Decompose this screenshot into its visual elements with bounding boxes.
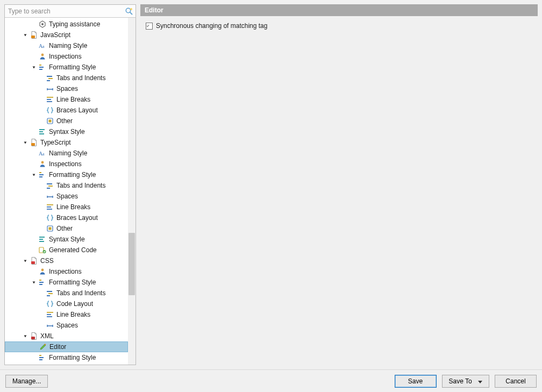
tree-item[interactable]: Syntax Style [5, 126, 128, 137]
svg-rect-34 [47, 206, 51, 208]
fmt-icon [38, 353, 47, 362]
tree-item[interactable]: CSS [5, 255, 128, 266]
dialog-button-bar: Manage... Save Save To Cancel [0, 369, 542, 392]
braces-icon [46, 300, 54, 308]
tree-item[interactable]: AaNaming Style [5, 148, 128, 159]
person-icon [38, 160, 47, 168]
tree-item[interactable]: Spaces [5, 191, 128, 202]
tree-item[interactable]: Formatting Style [5, 277, 128, 288]
tree-item-label: JavaScript [40, 30, 70, 40]
manage-button[interactable]: Manage... [5, 375, 48, 388]
tree-item-label: Syntax Style [49, 126, 85, 137]
expand-arrow-icon[interactable] [22, 32, 28, 38]
tree-item[interactable]: XML [5, 331, 128, 341]
search-input[interactable] [5, 5, 136, 17]
tree-item-label: CSS [40, 255, 54, 266]
settings-tree[interactable]: Typing assistanceJavaScriptAaNaming Styl… [5, 18, 128, 365]
tree-item[interactable]: Braces Layout [5, 105, 128, 116]
tree-item[interactable]: Inspections [5, 51, 128, 62]
tree-item-label: Inspections [49, 159, 82, 169]
tree-item[interactable]: Syntax Style [5, 234, 128, 245]
expand-arrow-icon[interactable] [31, 279, 37, 286]
svg-rect-17 [47, 101, 52, 102]
svg-rect-9 [39, 65, 41, 66]
save-button[interactable]: Save [395, 375, 437, 388]
expand-arrow-icon[interactable] [31, 172, 37, 178]
person-icon [38, 52, 47, 61]
tree-item[interactable]: Inspections [5, 266, 128, 277]
svg-rect-40 [39, 241, 44, 242]
tree-item[interactable]: Other [5, 223, 128, 234]
tree-item-label: TypeScript [40, 137, 71, 148]
tree-item-label: Formatting Style [49, 277, 96, 288]
search-icon [125, 7, 133, 16]
cancel-button[interactable]: Cancel [495, 375, 537, 388]
svg-point-44 [41, 269, 44, 272]
tree-item-label: Code Layout [56, 298, 93, 309]
svg-rect-14 [47, 80, 50, 81]
save-to-label: Save To [449, 377, 472, 385]
svg-rect-13 [48, 78, 53, 79]
tree-item[interactable]: Generated Code [5, 245, 128, 255]
tree-item[interactable]: Braces Layout [5, 212, 128, 223]
tree-item[interactable]: TypeScript [5, 137, 128, 148]
tree-item[interactable]: Tabs and Indents [5, 288, 128, 298]
svg-rect-23 [31, 143, 35, 146]
fmt-icon [38, 170, 47, 179]
gen-icon [38, 246, 47, 254]
tree-item[interactable]: AaNaming Style [5, 40, 128, 51]
tree-scrollbar-track[interactable] [128, 18, 136, 365]
expand-arrow-icon[interactable] [22, 333, 28, 339]
file-css-icon [30, 256, 38, 265]
svg-rect-53 [47, 316, 52, 317]
tree-item[interactable]: Line Breaks [5, 202, 128, 212]
tree-item[interactable]: Formatting Style [5, 352, 128, 363]
tree-item[interactable]: Formatting Style [5, 169, 128, 180]
tree-item-label: XML [40, 331, 54, 341]
svg-rect-5 [31, 35, 35, 38]
fmt-icon [38, 278, 47, 287]
tree-item[interactable]: Typing assistance [5, 19, 128, 30]
tree-item[interactable]: Line Breaks [5, 94, 128, 105]
expand-arrow-icon[interactable] [31, 64, 37, 70]
tree-item-label: Tabs and Indents [56, 288, 105, 298]
svg-rect-29 [39, 176, 42, 177]
left-panel: Typing assistanceJavaScriptAaNaming Styl… [4, 4, 136, 365]
options-dialog: Typing assistanceJavaScriptAaNaming Styl… [0, 0, 542, 392]
person-icon [38, 267, 47, 276]
tree-item[interactable]: Line Breaks [5, 309, 128, 320]
svg-rect-49 [48, 293, 53, 294]
expand-arrow-icon[interactable] [22, 139, 28, 146]
tree-item[interactable]: Formatting Style [5, 62, 128, 73]
hex-icon [38, 20, 47, 28]
tabs-icon [46, 181, 54, 190]
svg-rect-22 [39, 133, 44, 134]
tree-scrollbar-thumb[interactable] [129, 233, 135, 295]
svg-rect-10 [39, 67, 44, 68]
save-to-button[interactable]: Save To [442, 375, 490, 388]
tree-item-label: Inspections [49, 266, 82, 277]
tree-item[interactable]: Editor [5, 341, 128, 352]
tree-item[interactable]: Tabs and Indents [5, 180, 128, 191]
tree-item[interactable]: JavaScript [5, 30, 128, 40]
svg-rect-33 [47, 204, 53, 205]
svg-rect-12 [47, 76, 52, 77]
svg-rect-48 [47, 291, 52, 292]
tree-item[interactable]: Code Layout [5, 298, 128, 309]
tree-item[interactable]: Tabs and Indents [5, 73, 128, 83]
tree-item[interactable]: Spaces [5, 320, 128, 331]
sync-matching-tag-checkbox[interactable]: Synchronous changing of matching tag [146, 20, 532, 31]
tree-item[interactable]: Spaces [5, 83, 128, 94]
file-js-icon [30, 31, 38, 39]
svg-rect-30 [47, 183, 52, 184]
tree-item-label: Tabs and Indents [56, 73, 105, 83]
tree-item-label: Spaces [56, 320, 78, 331]
svg-rect-31 [48, 186, 53, 187]
expand-arrow-icon[interactable] [22, 258, 28, 264]
svg-rect-15 [47, 97, 53, 98]
tree-item[interactable]: Inspections [5, 159, 128, 169]
svg-rect-43 [31, 261, 35, 264]
tree-item-label: Editor [49, 341, 66, 352]
tree-item[interactable]: Other [5, 116, 128, 126]
checkbox-icon [146, 23, 153, 30]
